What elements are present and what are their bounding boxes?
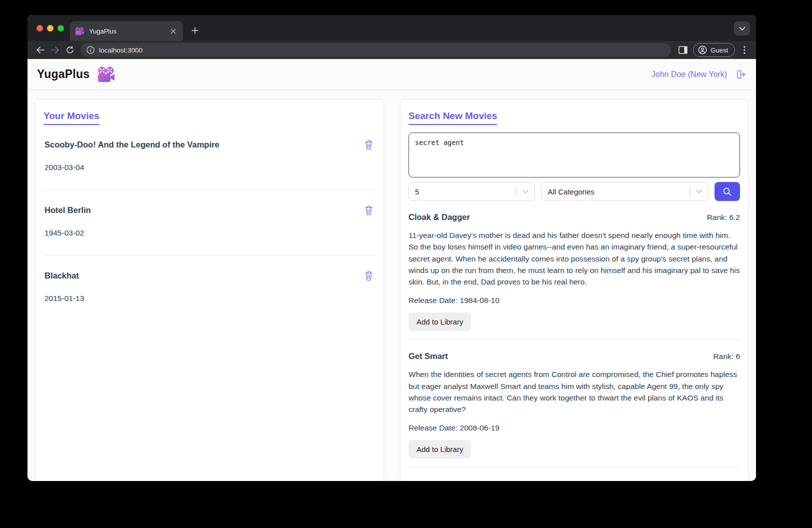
result-rank: Rank: 6 — [714, 352, 740, 361]
add-to-library-button[interactable]: Add to Library — [408, 312, 471, 331]
movie-release-date: 2015-01-13 — [44, 294, 374, 303]
library-movie-row: Scooby-Doo! And the Legend of the Vampir… — [44, 125, 376, 190]
address-bar[interactable]: localhost:3000 — [80, 43, 671, 57]
app-header: YugaPlus — [28, 59, 756, 90]
user-area: John Doe (New York) — [652, 70, 746, 80]
browser-tab[interactable]: YugaPlus — [70, 21, 183, 41]
movie-release-date: 2003-03-04 — [44, 163, 374, 172]
page-info-icon[interactable] — [86, 46, 94, 54]
user-name-link[interactable]: John Doe (New York) — [652, 70, 727, 79]
results-limit-select[interactable]: 5 — [408, 182, 535, 201]
search-submit-button[interactable] — [714, 182, 740, 201]
search-title: Search New Movies — [408, 110, 497, 125]
tab-title: YugaPlus — [89, 28, 168, 35]
sign-out-icon[interactable] — [736, 70, 746, 80]
search-result: Cloak & Dagger Rank: 6.2 11-year-old Dav… — [408, 201, 740, 340]
back-icon[interactable] — [32, 43, 48, 57]
brand: YugaPlus — [37, 66, 116, 82]
tab-close-icon[interactable] — [168, 26, 178, 36]
browser-tab-strip: YugaPlus — [28, 15, 756, 41]
guest-avatar-icon — [698, 46, 707, 54]
guest-label: Guest — [710, 46, 728, 54]
window-minimize-button[interactable] — [47, 25, 54, 32]
result-rank: Rank: 6.2 — [707, 213, 740, 222]
browser-window: YugaPlus localhost:3000 — [28, 15, 756, 481]
result-title: Get Smart — [408, 352, 448, 361]
category-select[interactable]: All Categories — [541, 182, 708, 201]
magnifier-icon — [722, 187, 732, 196]
delete-movie-trash-icon[interactable] — [362, 270, 374, 282]
result-release-date: Release Date: 1984-08-10 — [408, 296, 740, 305]
chevron-down-icon — [690, 190, 708, 194]
result-separator — [408, 467, 740, 468]
brand-name: YugaPlus — [37, 68, 90, 81]
browser-menu-icon[interactable] — [738, 43, 751, 57]
movie-title: Blackhat — [44, 271, 79, 280]
search-result: Get Smart Rank: 6 When the identities of… — [408, 340, 740, 468]
movie-title: Hotel Berlin — [44, 206, 91, 215]
side-panel-icon[interactable] — [676, 43, 690, 57]
main-content: Your Movies Scooby-Doo! And the Legend o… — [28, 90, 756, 481]
result-release-date: Release Date: 2008-06-19 — [408, 424, 740, 432]
tab-list-chevron-icon[interactable] — [734, 22, 750, 36]
favicon-movie-camera-icon — [75, 27, 84, 36]
result-description: When the identities of secret agents fro… — [408, 368, 740, 415]
results-limit-value: 5 — [415, 188, 516, 196]
chevron-down-icon — [516, 190, 534, 194]
result-description: 11-year-old Davey's mother is dead and h… — [408, 230, 740, 288]
window-close-button[interactable] — [36, 25, 43, 32]
category-value: All Categories — [548, 188, 690, 196]
new-tab-icon[interactable] — [188, 24, 202, 38]
search-panel: Search New Movies secret agent 5 All Cat… — [400, 99, 748, 481]
url-text: localhost:3000 — [99, 46, 142, 54]
forward-icon[interactable] — [48, 43, 62, 57]
delete-movie-trash-icon[interactable] — [362, 138, 374, 150]
library-movie-row: Hotel Berlin 1945-03-02 — [44, 190, 376, 256]
your-movies-title: Your Movies — [44, 110, 100, 125]
window-zoom-button[interactable] — [58, 25, 64, 32]
search-input[interactable]: secret agent — [408, 132, 740, 178]
search-controls: 5 All Categories — [408, 182, 740, 201]
movie-title: Scooby-Doo! And the Legend of the Vampir… — [44, 140, 220, 150]
browser-toolbar: localhost:3000 Guest — [28, 41, 756, 59]
reload-icon[interactable] — [62, 43, 78, 57]
movie-camera-icon — [97, 66, 116, 82]
your-movies-panel: Your Movies Scooby-Doo! And the Legend o… — [35, 99, 384, 481]
window-controls — [36, 25, 64, 32]
yugaplus-app: YugaPlus — [28, 59, 756, 481]
add-to-library-button[interactable]: Add to Library — [408, 440, 471, 458]
delete-movie-trash-icon[interactable] — [362, 204, 374, 216]
result-title: Cloak & Dagger — [408, 212, 470, 222]
library-movie-row: Blackhat 2015-01-13 — [44, 256, 376, 321]
guest-profile-button[interactable]: Guest — [693, 43, 735, 57]
movie-release-date: 1945-03-02 — [44, 228, 374, 238]
